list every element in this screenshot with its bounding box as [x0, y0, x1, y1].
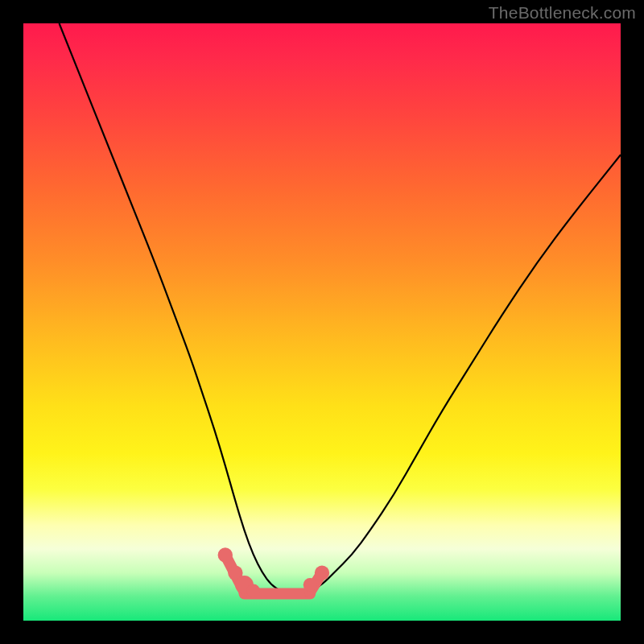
curve-right-branch: [310, 155, 621, 591]
chart-frame: TheBottleneck.com: [0, 0, 644, 644]
plot-area: [23, 23, 621, 621]
data-marker: [303, 578, 317, 592]
data-marker: [315, 565, 329, 580]
data-marker: [218, 547, 233, 562]
watermark-label: TheBottleneck.com: [489, 3, 636, 23]
curve-left-branch: [60, 23, 281, 591]
curve-layer: [23, 23, 621, 621]
data-marker: [246, 584, 260, 597]
